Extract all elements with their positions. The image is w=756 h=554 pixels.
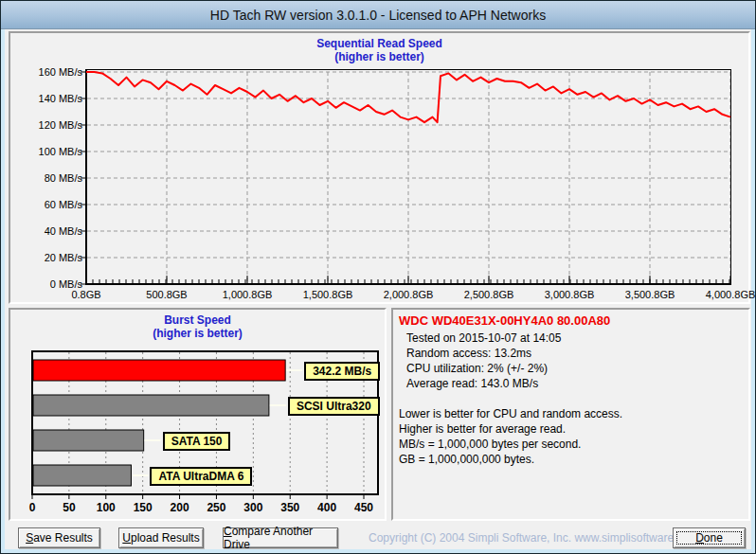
drive-stat-line: Random access: 13.2ms [406,346,745,361]
drive-stat-line: Tested on 2015-10-07 at 14:05 [406,331,745,346]
drive-notes: Lower is better for CPU and random acces… [397,406,745,467]
burst-bar-label: 342.2 MB/s [304,362,380,381]
title-bar[interactable]: HD Tach RW version 3.0.1.0 - Licensed to… [1,1,755,29]
done-button[interactable]: Done [673,527,746,548]
seq-x-tick-label: 500.8GB [146,289,187,300]
drive-note-line: Lower is better for CPU and random acces… [399,406,745,421]
burst-x-tick-label: 150 [134,501,153,514]
drive-note-line: MB/s = 1,000,000 bytes per second. [399,437,745,452]
drive-note-line: Higher is better for average read. [399,421,745,437]
seq-y-tick-label: 120 MB/s [39,119,83,131]
copyright-text: Copyright (C) 2004 Simpli Software, Inc.… [369,531,667,545]
drive-note-line: GB = 1,000,000,000 bytes. [399,452,745,467]
seq-y-tick-label: 140 MB/s [39,93,83,104]
seq-x-tick-label: 1,500.8GB [303,289,353,300]
drive-stat-line: Average read: 143.0 MB/s [406,376,745,391]
drive-info-panel: WDC WD40E31X-00HY4A0 80.00A80 Tested on … [391,308,750,521]
burst-bar [33,360,285,381]
seq-x-tick-label: 2,500.8GB [464,289,514,300]
sequential-read-chart: 0 MB/s20 MB/s40 MB/s60 MB/s80 MB/s100 MB… [10,33,748,302]
seq-y-tick-label: 80 MB/s [45,172,83,184]
compare-another-drive-button[interactable]: Compare Another Drive [223,527,338,548]
drive-stat-line: CPU utilization: 2% (+/- 2%) [406,361,745,376]
burst-x-tick-label: 0 [29,501,36,514]
hdtach-window: HD Tach RW version 3.0.1.0 - Licensed to… [0,0,756,554]
focus-rectangle [676,531,742,545]
drive-name: WDC WD40E31X-00HY4A0 80.00A80 [399,313,745,328]
save-results-button[interactable]: Save Results [18,527,100,548]
burst-bar [33,430,144,451]
burst-bar-label: SCSI Ultra320 [288,397,380,416]
burst-bar [33,395,269,416]
compare-another-drive-label: Compare Another Drive [224,525,337,551]
seq-y-tick-label: 100 MB/s [39,146,83,157]
sequential-read-panel: Sequential Read Speed (higher is better)… [9,31,750,304]
burst-x-tick-label: 50 [63,501,76,514]
burst-x-tick-label: 100 [97,501,116,514]
save-results-label: Save Results [26,531,93,545]
burst-speed-panel: Burst Speed (higher is better) 050100150… [9,308,387,521]
seq-x-tick-label: 3,000.8GB [545,289,595,300]
burst-bar-label: ATA UltraDMA 6 [150,467,252,486]
seq-x-tick-label: 1,000.8GB [223,289,273,300]
seq-x-tick-label: 0.8GB [71,289,100,300]
upload-results-label: Upload Results [122,531,199,545]
window-title: HD Tach RW version 3.0.1.0 - Licensed to… [210,8,546,23]
burst-x-tick-label: 300 [243,501,262,514]
burst-x-tick-label: 400 [317,501,336,514]
seq-y-tick-label: 160 MB/s [39,66,83,78]
seq-x-tick-label: 3,500.8GB [625,289,675,300]
burst-x-tick-label: 450 [354,501,373,514]
burst-bar-label: SATA 150 [163,432,231,451]
upload-results-button[interactable]: Upload Results [118,527,204,548]
seq-y-tick-label: 40 MB/s [45,225,83,237]
burst-bar [33,465,131,486]
seq-x-tick-label: 4,000.8GB [706,289,756,300]
seq-y-tick-label: 60 MB/s [45,199,83,210]
seq-y-tick-label: 20 MB/s [45,252,83,263]
burst-x-tick-label: 200 [171,501,189,514]
drive-stats: Tested on 2015-10-07 at 14:05Random acce… [397,331,745,391]
burst-x-tick-label: 350 [280,501,299,514]
burst-x-tick-label: 250 [207,501,225,514]
seq-x-tick-label: 2,000.8GB [384,289,434,300]
